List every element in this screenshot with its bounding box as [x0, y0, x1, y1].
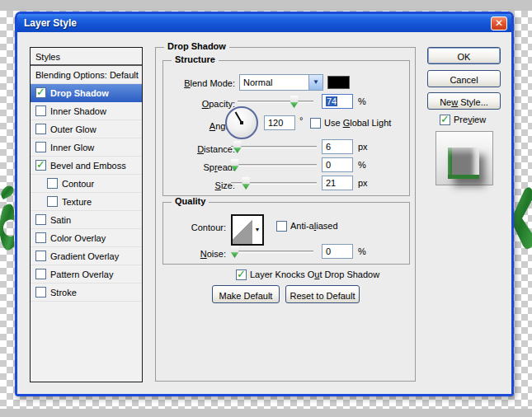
noise-slider-track: [231, 251, 313, 253]
layer-knocks-out-checkbox[interactable]: [236, 269, 247, 280]
angle-unit: °: [299, 115, 303, 125]
use-global-light-checkbox[interactable]: [310, 118, 321, 129]
sidebar-item-checkbox[interactable]: [47, 178, 58, 189]
distance-field[interactable]: 6: [322, 139, 353, 154]
background-letter-fragment-left: [0, 185, 15, 258]
blend-mode-value: Normal: [240, 75, 308, 90]
size-field[interactable]: 21: [322, 176, 353, 190]
close-icon: ✕: [495, 17, 503, 29]
opacity-slider-track: [238, 101, 313, 103]
sidebar-item[interactable]: Drop Shadow: [31, 84, 142, 102]
spread-slider-track: [231, 164, 317, 166]
cancel-button[interactable]: Cancel: [427, 70, 501, 87]
anti-aliased-row: Anti-aliased: [276, 221, 338, 232]
panel-title: Drop Shadow: [164, 41, 229, 51]
title-bar[interactable]: Layer Style ✕: [17, 14, 511, 32]
sidebar-item-label: Inner Shadow: [50, 106, 106, 116]
size-slider[interactable]: [231, 177, 317, 190]
layer-style-dialog: Layer Style ✕ Styles Blending Options: D…: [15, 12, 514, 396]
spread-slider[interactable]: [231, 159, 317, 171]
anti-aliased-label: Anti-aliased: [290, 221, 338, 231]
dialog-title: Layer Style: [24, 17, 77, 29]
opacity-slider-thumb[interactable]: [290, 96, 299, 108]
spread-unit: %: [358, 160, 366, 170]
spread-field[interactable]: 0: [322, 157, 353, 172]
preview-checkbox[interactable]: [440, 115, 450, 125]
angle-center-dot: [240, 121, 243, 124]
sidebar-item-checkbox[interactable]: [35, 105, 46, 116]
contour-thumbnail[interactable]: [233, 216, 252, 244]
sidebar-item-checkbox[interactable]: [35, 214, 46, 225]
opacity-value: 74: [326, 96, 337, 106]
opacity-label: Opacity:: [165, 99, 235, 109]
sidebar-item-label: Outer Glow: [50, 124, 97, 134]
noise-field[interactable]: 0: [322, 244, 353, 259]
style-preview-box: [435, 131, 493, 185]
sidebar-item-checkbox[interactable]: [35, 269, 46, 279]
reset-to-default-button[interactable]: Reset to Default: [285, 285, 360, 303]
shadow-color-swatch[interactable]: [327, 76, 350, 89]
distance-slider-thumb[interactable]: [233, 141, 242, 153]
sidebar-item-checkbox[interactable]: [35, 232, 46, 243]
distance-slider[interactable]: [231, 141, 317, 153]
dialog-body: Styles Blending Options: DefaultDrop Sha…: [17, 32, 511, 394]
opacity-field[interactable]: 74: [322, 94, 353, 109]
sidebar-header-styles[interactable]: Styles: [31, 48, 142, 66]
sidebar-item-checkbox[interactable]: [35, 124, 46, 134]
sidebar-item-checkbox[interactable]: [35, 142, 46, 152]
style-preview-thumbnail: [448, 148, 479, 179]
sidebar-item[interactable]: Gradient Overlay: [31, 247, 142, 265]
top-gray-bar: [0, 0, 532, 11]
sidebar-item[interactable]: Inner Shadow: [31, 102, 142, 120]
sidebar-item-label: Stroke: [50, 288, 77, 298]
sidebar-item[interactable]: Outer Glow: [31, 120, 142, 138]
preview-label: Preview: [454, 115, 486, 124]
sidebar-item[interactable]: Texture: [31, 193, 142, 211]
spread-slider-thumb[interactable]: [230, 159, 239, 171]
close-button[interactable]: ✕: [491, 16, 507, 30]
noise-slider-thumb[interactable]: [230, 246, 239, 258]
sidebar-item-label: Satin: [50, 215, 71, 225]
sidebar-item-checkbox[interactable]: [35, 160, 46, 171]
sidebar-item-label: Contour: [62, 179, 94, 189]
distance-slider-track: [231, 146, 317, 148]
contour-dropdown-arrow-icon[interactable]: ▼: [252, 216, 262, 244]
distance-label: Distance:: [165, 144, 235, 154]
dropdown-arrow-icon[interactable]: ▼: [308, 75, 322, 90]
preview-row: Preview: [440, 115, 486, 125]
sidebar-item[interactable]: Bevel and Emboss: [31, 157, 142, 175]
sidebar-item[interactable]: Contour: [31, 175, 142, 193]
sidebar-item-label: Color Overlay: [50, 233, 106, 243]
sidebar-item[interactable]: Color Overlay: [31, 229, 142, 247]
new-style-button[interactable]: New Style...: [427, 92, 501, 110]
anti-aliased-checkbox[interactable]: [276, 221, 287, 232]
contour-picker[interactable]: ▼: [231, 214, 264, 246]
size-slider-thumb[interactable]: [242, 177, 251, 190]
quality-group: Quality Contour: ▼ Anti-aliased Noise:: [162, 202, 410, 265]
angle-dial[interactable]: [225, 106, 258, 139]
sidebar-item[interactable]: Pattern Overlay: [31, 265, 142, 283]
sidebar-item[interactable]: Blending Options: Default: [31, 66, 142, 84]
sidebar-item[interactable]: Satin: [31, 211, 142, 229]
opacity-slider[interactable]: [238, 96, 313, 108]
bottom-gray-bar: [0, 409, 532, 417]
sidebar-item[interactable]: Stroke: [31, 283, 142, 302]
sidebar-item-checkbox[interactable]: [47, 196, 58, 207]
knockout-row: Layer Knocks Out Drop Shadow: [236, 269, 379, 280]
noise-label: Noise:: [165, 249, 226, 259]
contour-label: Contour:: [165, 223, 226, 232]
sidebar-item-checkbox[interactable]: [35, 287, 46, 298]
angle-field[interactable]: 120: [264, 115, 295, 130]
spread-value: 0: [326, 160, 331, 170]
sidebar-item[interactable]: Inner Glow: [31, 138, 142, 157]
noise-slider[interactable]: [231, 246, 313, 258]
ok-button[interactable]: OK: [427, 47, 501, 64]
distance-value: 6: [326, 142, 331, 152]
make-default-button[interactable]: Make Default: [212, 285, 280, 303]
blend-mode-dropdown[interactable]: Normal ▼: [239, 74, 323, 91]
sidebar-item-label: Texture: [62, 197, 92, 207]
sidebar-item-checkbox[interactable]: [35, 87, 46, 98]
sidebar-item-checkbox[interactable]: [35, 251, 46, 261]
sidebar-item-label: Bevel and Emboss: [50, 161, 126, 171]
sidebar-item-label: Inner Glow: [50, 143, 94, 152]
